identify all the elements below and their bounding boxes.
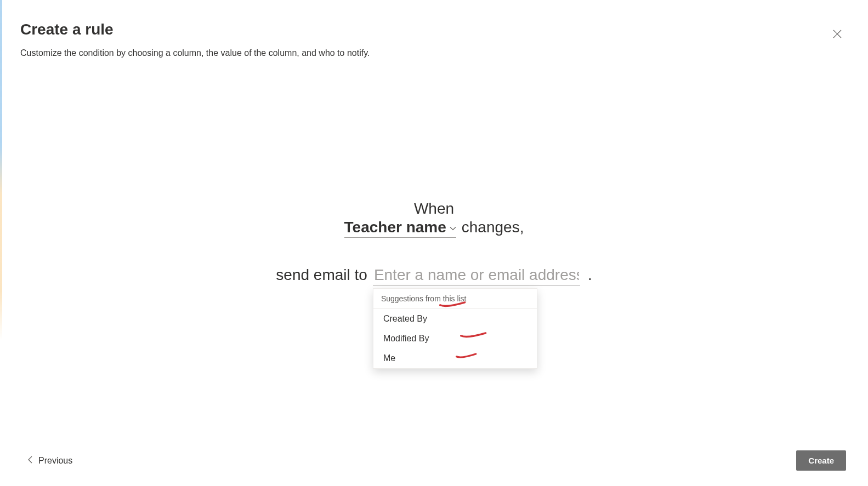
- send-email-label: send email to: [276, 266, 367, 284]
- suggestion-label: Modified By: [383, 334, 429, 343]
- when-label: When: [414, 200, 454, 218]
- dialog-title: Create a rule: [20, 21, 848, 38]
- action-row: send email to Suggestions from this list…: [276, 266, 592, 285]
- dialog-subtitle: Customize the condition by choosing a co…: [20, 48, 848, 58]
- dialog-header: Create a rule Customize the condition by…: [20, 21, 848, 58]
- column-dropdown-value: Teacher name: [344, 219, 446, 236]
- column-dropdown[interactable]: Teacher name: [344, 219, 456, 238]
- close-button[interactable]: [829, 26, 846, 44]
- dialog-footer: Previous Create: [27, 450, 846, 471]
- sentence-period: .: [588, 266, 592, 284]
- suggestion-item-created-by[interactable]: Created By: [373, 309, 537, 329]
- email-input-wrapper: Suggestions from this list Created By Mo…: [373, 266, 580, 285]
- annotation-check-icon: [439, 300, 467, 307]
- previous-button-label: Previous: [38, 456, 72, 466]
- suggestion-item-me[interactable]: Me: [373, 348, 537, 368]
- suggestion-label: Me: [383, 353, 395, 363]
- suggestions-dropdown: Suggestions from this list Created By Mo…: [373, 288, 537, 369]
- chevron-left-icon: [27, 455, 33, 466]
- email-recipient-input[interactable]: [373, 266, 580, 285]
- previous-button[interactable]: Previous: [27, 455, 72, 466]
- close-icon: [833, 30, 842, 41]
- chevron-down-icon: [450, 225, 456, 232]
- create-button[interactable]: Create: [796, 450, 846, 471]
- rule-builder: When Teacher name changes, send email to…: [0, 200, 868, 285]
- changes-label: changes,: [462, 219, 524, 236]
- annotation-check-icon: [460, 331, 487, 338]
- suggestion-label: Created By: [383, 314, 427, 323]
- annotation-check-icon: [456, 352, 478, 358]
- suggestion-item-modified-by[interactable]: Modified By: [373, 329, 537, 348]
- condition-row: Teacher name changes,: [344, 219, 524, 238]
